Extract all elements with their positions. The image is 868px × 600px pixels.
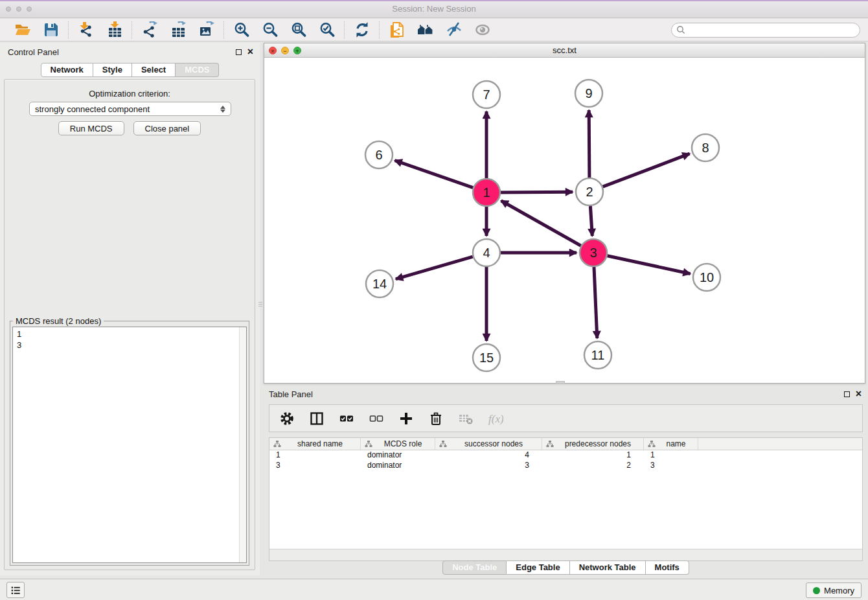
export-table-icon[interactable] bbox=[169, 21, 187, 39]
network-canvas[interactable]: 7968124314101511 bbox=[264, 58, 865, 383]
close-panel-icon[interactable]: × bbox=[247, 49, 253, 55]
table-settings-icon[interactable] bbox=[279, 410, 295, 427]
table-cell[interactable]: 3 bbox=[435, 461, 542, 471]
first-neighbors-icon[interactable] bbox=[417, 21, 434, 39]
edge-4-14[interactable] bbox=[396, 257, 473, 279]
table-cell[interactable]: 4 bbox=[435, 450, 542, 461]
graph-node-10[interactable]: 10 bbox=[693, 264, 720, 291]
memory-button[interactable]: Memory bbox=[806, 583, 862, 598]
clone-network-icon[interactable] bbox=[388, 21, 405, 39]
mcds-panel: Optimization criterion: strongly connect… bbox=[4, 79, 255, 570]
mcds-result-title: MCDS result (2 nodes) bbox=[13, 316, 104, 326]
tab-motifs[interactable]: Motifs bbox=[646, 560, 689, 575]
table-cell[interactable]: 1 bbox=[269, 450, 361, 461]
graph-node-9[interactable]: 9 bbox=[575, 80, 602, 107]
edge-1-6[interactable] bbox=[395, 161, 474, 188]
graph-node-6[interactable]: 6 bbox=[365, 141, 393, 168]
network-graph[interactable]: 7968124314101511 bbox=[264, 58, 865, 383]
zoom-in-icon[interactable] bbox=[233, 21, 250, 39]
node-label: 2 bbox=[586, 185, 593, 199]
network-window-title: scc.txt bbox=[264, 45, 865, 55]
toolbar-group bbox=[68, 21, 131, 39]
edge-2-9[interactable] bbox=[589, 110, 589, 178]
result-scrollbar[interactable] bbox=[239, 327, 246, 562]
table-cell[interactable]: dominator bbox=[361, 450, 435, 461]
select-all-columns-icon[interactable] bbox=[338, 410, 355, 427]
table-cell[interactable]: 1 bbox=[644, 450, 698, 461]
table-cell[interactable]: 2 bbox=[542, 461, 644, 471]
control-panel-tabs: NetworkStyleSelectMCDS bbox=[0, 63, 260, 77]
mcds-result-text[interactable]: 1 3 bbox=[12, 327, 247, 563]
edge-3-1[interactable] bbox=[501, 201, 581, 246]
edge-3-10[interactable] bbox=[608, 256, 691, 274]
column-header-name[interactable]: name bbox=[644, 438, 698, 450]
run-mcds-button[interactable]: Run MCDS bbox=[58, 121, 124, 135]
tab-network-table[interactable]: Network Table bbox=[570, 560, 646, 575]
criterion-select[interactable]: strongly connected component bbox=[29, 102, 231, 116]
tab-select[interactable]: Select bbox=[132, 63, 176, 77]
import-network-icon[interactable] bbox=[77, 21, 95, 39]
table-cell[interactable]: 3 bbox=[644, 461, 698, 471]
attribute-icon bbox=[365, 440, 372, 448]
zoom-fit-icon[interactable] bbox=[290, 21, 307, 39]
deselect-all-columns-icon[interactable] bbox=[368, 410, 385, 427]
column-header-shared-name[interactable]: shared name bbox=[269, 438, 361, 450]
node-label: 15 bbox=[479, 351, 494, 365]
node-label: 9 bbox=[585, 86, 592, 100]
apply-layout-icon[interactable] bbox=[353, 21, 371, 39]
memory-label: Memory bbox=[824, 586, 854, 595]
graph-node-2[interactable]: 2 bbox=[576, 178, 603, 205]
import-table-icon[interactable] bbox=[106, 21, 123, 39]
edge-1-2[interactable] bbox=[501, 192, 573, 192]
network-window-titlebar[interactable]: × − + scc.txt bbox=[264, 43, 865, 58]
table-row-2[interactable]: 3dominator323 bbox=[269, 461, 862, 471]
save-session-icon[interactable] bbox=[42, 21, 60, 39]
graph-node-7[interactable]: 7 bbox=[473, 81, 500, 108]
column-header-MCDS-role[interactable]: MCDS role bbox=[361, 438, 435, 450]
tab-style[interactable]: Style bbox=[93, 63, 132, 77]
graph-node-8[interactable]: 8 bbox=[692, 134, 719, 161]
float-panel-icon[interactable] bbox=[236, 49, 242, 55]
search-input[interactable] bbox=[671, 23, 860, 38]
zoom-selected-icon[interactable] bbox=[318, 21, 336, 39]
edge-2-8[interactable] bbox=[603, 154, 690, 187]
graph-node-4[interactable]: 4 bbox=[473, 239, 500, 266]
graph-node-3[interactable]: 3 bbox=[580, 239, 607, 266]
hide-selection-icon[interactable] bbox=[445, 21, 463, 39]
open-file-icon[interactable] bbox=[14, 21, 31, 39]
table-cell[interactable]: 1 bbox=[542, 450, 644, 461]
graph-node-11[interactable]: 11 bbox=[584, 341, 611, 369]
table-row-1[interactable]: 1dominator411 bbox=[269, 450, 862, 461]
table-horizontal-scrollbar[interactable] bbox=[269, 549, 862, 560]
graph-node-14[interactable]: 14 bbox=[366, 270, 393, 297]
delete-column-icon[interactable] bbox=[428, 410, 444, 427]
application-window: Session: New Session Control Panel × Net… bbox=[0, 0, 868, 600]
tab-mcds[interactable]: MCDS bbox=[176, 63, 219, 77]
tab-node-table[interactable]: Node Table bbox=[442, 560, 507, 575]
column-header-predecessor-nodes[interactable]: predecessor nodes bbox=[542, 438, 644, 450]
close-panel-button[interactable]: Close panel bbox=[133, 121, 201, 135]
export-image-icon[interactable] bbox=[198, 21, 215, 39]
graph-node-15[interactable]: 15 bbox=[473, 344, 500, 371]
tab-network[interactable]: Network bbox=[41, 63, 93, 77]
add-column-icon[interactable] bbox=[398, 410, 415, 427]
edge-2-3[interactable] bbox=[590, 206, 592, 236]
graph-node-1[interactable]: 1 bbox=[473, 179, 500, 206]
node-label: 8 bbox=[702, 141, 709, 155]
table-cell[interactable]: dominator bbox=[361, 461, 435, 471]
edge-3-11[interactable] bbox=[594, 267, 597, 338]
select-chevrons-icon bbox=[220, 106, 225, 113]
close-table-panel-icon[interactable]: × bbox=[856, 391, 862, 397]
column-layout-icon[interactable] bbox=[308, 410, 325, 427]
tab-edge-table[interactable]: Edge Table bbox=[507, 560, 569, 575]
panel-splitter-grip[interactable] bbox=[258, 298, 262, 310]
zoom-out-icon[interactable] bbox=[261, 21, 279, 39]
export-network-icon[interactable] bbox=[141, 21, 158, 39]
criterion-value: strongly connected component bbox=[35, 104, 150, 114]
task-history-button[interactable] bbox=[6, 582, 25, 598]
table-cell[interactable]: 3 bbox=[269, 461, 361, 471]
column-header-successor-nodes[interactable]: successor nodes bbox=[435, 438, 542, 450]
network-resize-grip[interactable] bbox=[556, 381, 565, 384]
list-icon bbox=[10, 584, 21, 596]
float-table-panel-icon[interactable] bbox=[844, 391, 850, 397]
